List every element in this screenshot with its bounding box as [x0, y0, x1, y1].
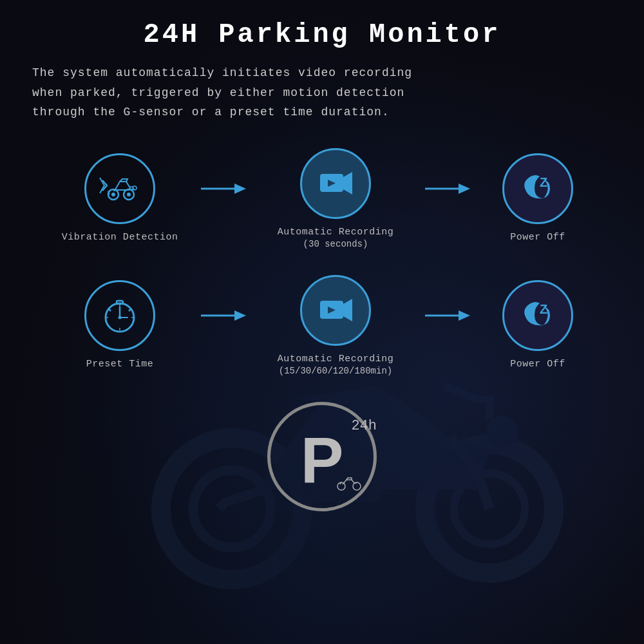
svg-text:Z: Z	[540, 175, 547, 189]
svg-point-39	[337, 482, 345, 490]
power-off-2-label: Power Off	[510, 357, 565, 371]
flow-row-1: Vibration Detection	[32, 148, 612, 249]
vibration-label: Vibration Detection	[62, 231, 178, 244]
vibration-detection-block: Vibration Detection	[39, 153, 201, 244]
auto-recording-1-label: Automatic Recording	[278, 225, 394, 239]
svg-marker-17	[459, 184, 470, 194]
flow-row-2: Preset Time Automatic Recordi	[32, 275, 612, 376]
svg-point-8	[111, 193, 115, 196]
vibration-icon-circle	[84, 153, 155, 224]
arrow-1	[201, 179, 246, 218]
power-off-1-icon-circle: Z	[502, 153, 573, 224]
svg-marker-32	[234, 310, 246, 321]
svg-point-26	[118, 316, 121, 319]
flow-items-2: Preset Time Automatic Recordi	[39, 275, 605, 376]
main-content: 24H Parking Monitor The system automatic…	[0, 0, 644, 531]
auto-recording-2-icon-circle	[300, 275, 371, 346]
svg-marker-37	[459, 310, 470, 321]
auto-recording-1-sublabel: (30 seconds)	[303, 239, 368, 249]
parking-time: 24h	[351, 418, 377, 434]
desc-line2: when parked, triggered by either motion …	[32, 86, 404, 99]
svg-marker-34	[343, 299, 352, 321]
description-text: The system automatically initiates video…	[32, 63, 612, 122]
preset-time-icon-circle	[84, 280, 155, 351]
auto-recording-1-icon-circle	[300, 148, 371, 219]
svg-line-22	[108, 308, 111, 311]
auto-recording-2-label: Automatic Recording	[278, 352, 394, 366]
desc-line1: The system automatically initiates video…	[32, 66, 412, 79]
svg-text:Z: Z	[540, 302, 547, 316]
svg-line-23	[129, 308, 131, 311]
arrow-4	[425, 306, 470, 345]
svg-marker-12	[234, 184, 246, 194]
auto-recording-2-sublabel: (15/30/60/120/180min)	[279, 366, 392, 376]
svg-point-40	[353, 482, 361, 490]
auto-recording-2-block: Automatic Recording (15/30/60/120/180min…	[246, 275, 425, 376]
preset-time-block: Preset Time	[39, 280, 201, 371]
auto-recording-1-block: Automatic Recording (30 seconds)	[246, 148, 425, 249]
desc-line3: through the G-sensor or a preset time du…	[32, 106, 390, 118]
power-off-2-icon-circle: Z	[502, 280, 573, 351]
svg-point-9	[127, 193, 131, 196]
power-off-1-label: Power Off	[510, 231, 565, 244]
preset-time-label: Preset Time	[86, 357, 154, 371]
parking-circle: P 24h	[267, 402, 377, 511]
page-title: 24H Parking Monitor	[32, 19, 612, 50]
power-off-2-block: Z Power Off	[470, 280, 605, 371]
parking-moto-icon	[336, 475, 362, 494]
flow-items-1: Vibration Detection	[39, 148, 605, 249]
arrow-2	[425, 179, 470, 218]
arrow-3	[201, 306, 246, 345]
parking-section: P 24h	[32, 402, 612, 511]
svg-marker-14	[343, 172, 352, 194]
power-off-1-block: Z Power Off	[470, 153, 605, 244]
